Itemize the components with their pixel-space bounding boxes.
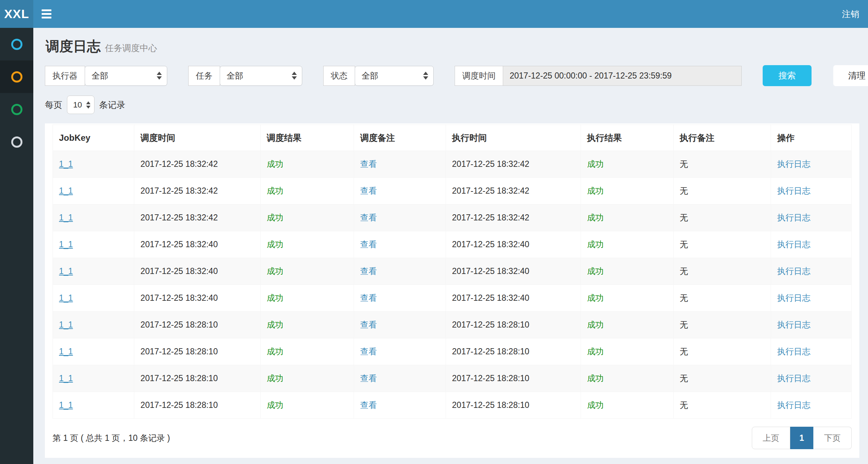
col-trigger-memo: 调度备注 — [354, 125, 446, 151]
jobkey-link[interactable]: 1_1 — [59, 213, 73, 222]
exec-log-link[interactable]: 执行日志 — [777, 240, 810, 249]
time-range-input[interactable]: 2017-12-25 00:00:00 - 2017-12-25 23:59:5… — [503, 66, 742, 86]
handle-result: 成功 — [587, 374, 604, 383]
status-select[interactable]: 全部 — [355, 66, 434, 86]
job-filter-label: 任务 — [188, 66, 220, 86]
handle-result: 成功 — [587, 347, 604, 356]
trigger-result: 成功 — [267, 400, 283, 410]
handle-memo: 无 — [680, 213, 688, 222]
trigger-memo-link[interactable]: 查看 — [360, 293, 377, 303]
exec-log-link[interactable]: 执行日志 — [777, 293, 810, 303]
handle-memo: 无 — [680, 347, 688, 356]
table-row: 1_1 2017-12-25 18:28:10 成功 查看 2017-12-25… — [53, 365, 852, 392]
trigger-memo-link[interactable]: 查看 — [360, 240, 377, 249]
exec-log-link[interactable]: 执行日志 — [777, 374, 810, 383]
handle-memo: 无 — [680, 186, 688, 195]
handle-result: 成功 — [587, 400, 604, 410]
sidebar-toggle-icon[interactable] — [33, 0, 59, 28]
handle-result: 成功 — [587, 186, 604, 195]
search-button[interactable]: 搜索 — [763, 65, 812, 86]
handle-time: 2017-12-25 18:32:40 — [452, 240, 530, 249]
table-row: 1_1 2017-12-25 18:28:10 成功 查看 2017-12-25… — [53, 312, 852, 338]
trigger-memo-link[interactable]: 查看 — [360, 374, 377, 383]
handle-time: 2017-12-25 18:32:42 — [452, 186, 530, 195]
select-stepper-icon — [423, 72, 428, 80]
logout-link[interactable]: 注销 — [833, 0, 868, 28]
select-stepper-icon — [86, 101, 90, 109]
trigger-memo-link[interactable]: 查看 — [360, 186, 377, 195]
table-row: 1_1 2017-12-25 18:32:42 成功 查看 2017-12-25… — [53, 204, 852, 231]
jobkey-link[interactable]: 1_1 — [59, 186, 73, 195]
filter-buttons: 搜索 清理 — [763, 65, 868, 86]
trigger-result: 成功 — [267, 266, 283, 276]
handle-time: 2017-12-25 18:32:42 — [452, 159, 530, 169]
circle-icon — [11, 71, 22, 83]
next-page-button[interactable]: 下页 — [813, 427, 852, 449]
handle-time: 2017-12-25 18:28:10 — [452, 374, 530, 383]
trigger-time: 2017-12-25 18:28:10 — [140, 320, 218, 329]
exec-log-link[interactable]: 执行日志 — [777, 186, 810, 195]
handle-time: 2017-12-25 18:28:10 — [452, 400, 530, 410]
trigger-result: 成功 — [267, 159, 283, 169]
page-size-select[interactable]: 10 — [67, 96, 94, 114]
executor-select[interactable]: 全部 — [85, 66, 167, 86]
trigger-time: 2017-12-25 18:28:10 — [140, 347, 218, 356]
pagination: 上页 1 下页 — [752, 427, 852, 449]
trigger-memo-link[interactable]: 查看 — [360, 400, 377, 410]
clear-button[interactable]: 清理 — [833, 65, 868, 86]
jobkey-link[interactable]: 1_1 — [59, 347, 73, 356]
page-size-control: 每页 10 条记录 — [45, 96, 859, 114]
sidebar-item-executor[interactable] — [0, 126, 33, 158]
table-footer: 第 1 页 ( 总共 1 页，10 条记录 ) 上页 1 下页 — [52, 427, 852, 449]
sidebar-item-job-log[interactable] — [0, 60, 33, 93]
jobkey-link[interactable]: 1_1 — [59, 159, 73, 169]
app-logo[interactable]: XXL — [0, 0, 33, 28]
jobkey-link[interactable]: 1_1 — [59, 374, 73, 383]
handle-memo: 无 — [680, 159, 688, 169]
circle-icon — [11, 39, 22, 50]
trigger-memo-link[interactable]: 查看 — [360, 320, 377, 329]
sidebar-item-dashboard[interactable] — [0, 28, 33, 60]
exec-log-link[interactable]: 执行日志 — [777, 266, 810, 276]
trigger-time: 2017-12-25 18:32:40 — [140, 293, 218, 303]
jobkey-link[interactable]: 1_1 — [59, 293, 73, 303]
exec-log-link[interactable]: 执行日志 — [777, 320, 810, 329]
trigger-memo-link[interactable]: 查看 — [360, 159, 377, 169]
table-row: 1_1 2017-12-25 18:32:42 成功 查看 2017-12-25… — [53, 178, 852, 204]
log-table-body: 1_1 2017-12-25 18:32:42 成功 查看 2017-12-25… — [53, 151, 852, 419]
trigger-time: 2017-12-25 18:32:40 — [140, 266, 218, 276]
trigger-memo-link[interactable]: 查看 — [360, 266, 377, 276]
handle-result: 成功 — [587, 320, 604, 329]
exec-log-link[interactable]: 执行日志 — [777, 159, 810, 169]
table-row: 1_1 2017-12-25 18:28:10 成功 查看 2017-12-25… — [53, 392, 852, 419]
col-jobkey: JobKey — [53, 125, 134, 151]
handle-time: 2017-12-25 18:28:10 — [452, 320, 530, 329]
prev-page-button[interactable]: 上页 — [752, 427, 790, 449]
handle-memo: 无 — [680, 293, 688, 303]
jobkey-link[interactable]: 1_1 — [59, 266, 73, 276]
handle-result: 成功 — [587, 213, 604, 222]
main-content: 调度日志 任务调度中心 执行器 全部 任务 全部 状态 全部 — [33, 0, 868, 458]
table-row: 1_1 2017-12-25 18:32:40 成功 查看 2017-12-25… — [53, 258, 852, 285]
trigger-memo-link[interactable]: 查看 — [360, 213, 377, 222]
job-select[interactable]: 全部 — [220, 66, 302, 86]
table-row: 1_1 2017-12-25 18:32:40 成功 查看 2017-12-25… — [53, 285, 852, 312]
handle-result: 成功 — [587, 293, 604, 303]
exec-log-link[interactable]: 执行日志 — [777, 400, 810, 410]
job-filter-group: 任务 全部 — [188, 66, 302, 86]
exec-log-link[interactable]: 执行日志 — [777, 347, 810, 356]
current-page-button[interactable]: 1 — [790, 427, 813, 449]
exec-log-link[interactable]: 执行日志 — [777, 213, 810, 222]
page-size-suffix: 条记录 — [99, 99, 125, 111]
executor-select-value: 全部 — [92, 70, 108, 81]
page-size-value: 10 — [73, 100, 82, 110]
sidebar-item-job-manage[interactable] — [0, 93, 33, 126]
jobkey-link[interactable]: 1_1 — [59, 400, 73, 410]
jobkey-link[interactable]: 1_1 — [59, 320, 73, 329]
col-trigger-result: 调度结果 — [260, 125, 354, 151]
page-header: 调度日志 任务调度中心 — [45, 28, 859, 62]
pagination-summary: 第 1 页 ( 总共 1 页，10 条记录 ) — [52, 433, 170, 444]
log-table-panel: JobKey 调度时间 调度结果 调度备注 执行时间 执行结果 执行备注 操作 … — [45, 123, 859, 458]
trigger-memo-link[interactable]: 查看 — [360, 347, 377, 356]
jobkey-link[interactable]: 1_1 — [59, 240, 73, 249]
